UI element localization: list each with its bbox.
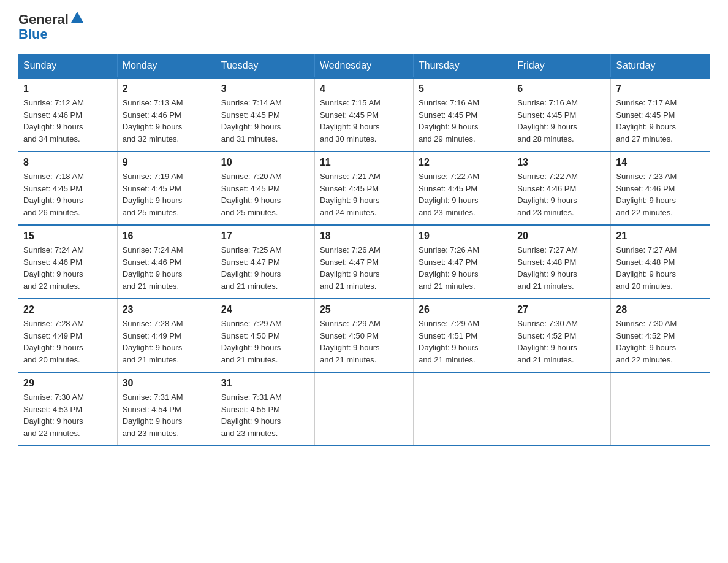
calendar-week-row: 15 Sunrise: 7:24 AMSunset: 4:46 PMDaylig… [18, 225, 710, 299]
table-row: 17 Sunrise: 7:25 AMSunset: 4:47 PMDaylig… [216, 225, 314, 299]
calendar-week-row: 8 Sunrise: 7:18 AMSunset: 4:45 PMDayligh… [18, 151, 710, 225]
table-row: 19 Sunrise: 7:26 AMSunset: 4:47 PMDaylig… [414, 225, 512, 299]
day-number: 10 [221, 157, 309, 168]
table-row: 9 Sunrise: 7:19 AMSunset: 4:45 PMDayligh… [117, 151, 216, 225]
col-thursday: Thursday [414, 54, 512, 78]
day-info: Sunrise: 7:30 AMSunset: 4:53 PMDaylight:… [23, 393, 84, 438]
calendar-header-row: Sunday Monday Tuesday Wednesday Thursday… [18, 54, 710, 78]
table-row: 16 Sunrise: 7:24 AMSunset: 4:46 PMDaylig… [117, 225, 216, 299]
day-info: Sunrise: 7:29 AMSunset: 4:51 PMDaylight:… [419, 319, 479, 364]
day-number: 25 [320, 304, 408, 315]
day-info: Sunrise: 7:31 AMSunset: 4:55 PMDaylight:… [221, 393, 282, 438]
page-header: General Blue [18, 12, 710, 42]
day-info: Sunrise: 7:16 AMSunset: 4:45 PMDaylight:… [517, 98, 578, 144]
calendar-week-row: 29 Sunrise: 7:30 AMSunset: 4:53 PMDaylig… [18, 372, 710, 446]
col-wednesday: Wednesday [314, 54, 413, 78]
day-number: 20 [517, 231, 605, 242]
day-number: 19 [419, 231, 507, 242]
table-row [414, 372, 512, 446]
table-row: 18 Sunrise: 7:26 AMSunset: 4:47 PMDaylig… [314, 225, 413, 299]
table-row: 7 Sunrise: 7:17 AMSunset: 4:45 PMDayligh… [611, 78, 710, 151]
table-row: 1 Sunrise: 7:12 AMSunset: 4:46 PMDayligh… [18, 78, 117, 151]
day-info: Sunrise: 7:23 AMSunset: 4:46 PMDaylight:… [616, 172, 677, 217]
table-row: 2 Sunrise: 7:13 AMSunset: 4:46 PMDayligh… [117, 78, 216, 151]
day-number: 21 [616, 231, 705, 242]
svg-marker-0 [71, 12, 83, 23]
day-number: 5 [419, 83, 507, 94]
day-number: 6 [517, 83, 605, 94]
table-row: 8 Sunrise: 7:18 AMSunset: 4:45 PMDayligh… [18, 151, 117, 225]
table-row: 20 Sunrise: 7:27 AMSunset: 4:48 PMDaylig… [512, 225, 611, 299]
day-number: 2 [123, 83, 211, 94]
day-number: 9 [123, 157, 211, 168]
day-number: 12 [419, 157, 507, 168]
table-row: 24 Sunrise: 7:29 AMSunset: 4:50 PMDaylig… [216, 299, 314, 372]
day-number: 31 [221, 378, 309, 389]
day-number: 27 [517, 304, 605, 315]
day-number: 26 [419, 304, 507, 315]
table-row [512, 372, 611, 446]
day-number: 13 [517, 157, 605, 168]
day-number: 28 [616, 304, 705, 315]
table-row: 28 Sunrise: 7:30 AMSunset: 4:52 PMDaylig… [611, 299, 710, 372]
day-info: Sunrise: 7:12 AMSunset: 4:46 PMDaylight:… [23, 98, 84, 144]
day-info: Sunrise: 7:29 AMSunset: 4:50 PMDaylight:… [221, 319, 282, 364]
day-info: Sunrise: 7:25 AMSunset: 4:47 PMDaylight:… [221, 245, 282, 291]
day-info: Sunrise: 7:22 AMSunset: 4:46 PMDaylight:… [517, 172, 578, 217]
day-info: Sunrise: 7:29 AMSunset: 4:50 PMDaylight:… [320, 319, 381, 364]
day-number: 1 [23, 83, 112, 94]
day-info: Sunrise: 7:15 AMSunset: 4:45 PMDaylight:… [320, 98, 381, 144]
day-number: 18 [320, 231, 408, 242]
logo: General Blue [18, 12, 83, 42]
day-info: Sunrise: 7:27 AMSunset: 4:48 PMDaylight:… [517, 245, 578, 291]
table-row [314, 372, 413, 446]
day-info: Sunrise: 7:18 AMSunset: 4:45 PMDaylight:… [23, 172, 84, 217]
day-number: 3 [221, 83, 309, 94]
table-row: 3 Sunrise: 7:14 AMSunset: 4:45 PMDayligh… [216, 78, 314, 151]
table-row: 26 Sunrise: 7:29 AMSunset: 4:51 PMDaylig… [414, 299, 512, 372]
table-row: 27 Sunrise: 7:30 AMSunset: 4:52 PMDaylig… [512, 299, 611, 372]
table-row: 11 Sunrise: 7:21 AMSunset: 4:45 PMDaylig… [314, 151, 413, 225]
day-info: Sunrise: 7:19 AMSunset: 4:45 PMDaylight:… [123, 172, 183, 217]
day-number: 7 [616, 83, 705, 94]
table-row: 15 Sunrise: 7:24 AMSunset: 4:46 PMDaylig… [18, 225, 117, 299]
col-tuesday: Tuesday [216, 54, 314, 78]
day-info: Sunrise: 7:30 AMSunset: 4:52 PMDaylight:… [517, 319, 578, 364]
day-info: Sunrise: 7:24 AMSunset: 4:46 PMDaylight:… [23, 245, 84, 291]
table-row [611, 372, 710, 446]
col-friday: Friday [512, 54, 611, 78]
day-number: 16 [123, 231, 211, 242]
day-number: 23 [123, 304, 211, 315]
day-number: 17 [221, 231, 309, 242]
table-row: 4 Sunrise: 7:15 AMSunset: 4:45 PMDayligh… [314, 78, 413, 151]
table-row: 12 Sunrise: 7:22 AMSunset: 4:45 PMDaylig… [414, 151, 512, 225]
day-number: 14 [616, 157, 705, 168]
table-row: 30 Sunrise: 7:31 AMSunset: 4:54 PMDaylig… [117, 372, 216, 446]
table-row: 29 Sunrise: 7:30 AMSunset: 4:53 PMDaylig… [18, 372, 117, 446]
day-info: Sunrise: 7:13 AMSunset: 4:46 PMDaylight:… [123, 98, 183, 144]
table-row: 23 Sunrise: 7:28 AMSunset: 4:49 PMDaylig… [117, 299, 216, 372]
table-row: 14 Sunrise: 7:23 AMSunset: 4:46 PMDaylig… [611, 151, 710, 225]
day-info: Sunrise: 7:17 AMSunset: 4:45 PMDaylight:… [616, 98, 677, 144]
day-info: Sunrise: 7:16 AMSunset: 4:45 PMDaylight:… [419, 98, 479, 144]
day-number: 29 [23, 378, 112, 389]
calendar-week-row: 22 Sunrise: 7:28 AMSunset: 4:49 PMDaylig… [18, 299, 710, 372]
table-row: 31 Sunrise: 7:31 AMSunset: 4:55 PMDaylig… [216, 372, 314, 446]
table-row: 22 Sunrise: 7:28 AMSunset: 4:49 PMDaylig… [18, 299, 117, 372]
day-number: 30 [123, 378, 211, 389]
calendar-week-row: 1 Sunrise: 7:12 AMSunset: 4:46 PMDayligh… [18, 78, 710, 151]
day-number: 11 [320, 157, 408, 168]
table-row: 5 Sunrise: 7:16 AMSunset: 4:45 PMDayligh… [414, 78, 512, 151]
day-number: 22 [23, 304, 112, 315]
day-info: Sunrise: 7:24 AMSunset: 4:46 PMDaylight:… [123, 245, 183, 291]
logo-text-general: General [18, 12, 69, 27]
calendar-table: Sunday Monday Tuesday Wednesday Thursday… [18, 54, 710, 446]
table-row: 25 Sunrise: 7:29 AMSunset: 4:50 PMDaylig… [314, 299, 413, 372]
day-info: Sunrise: 7:27 AMSunset: 4:48 PMDaylight:… [616, 245, 677, 291]
col-saturday: Saturday [611, 54, 710, 78]
day-number: 4 [320, 83, 408, 94]
day-info: Sunrise: 7:22 AMSunset: 4:45 PMDaylight:… [419, 172, 479, 217]
table-row: 6 Sunrise: 7:16 AMSunset: 4:45 PMDayligh… [512, 78, 611, 151]
table-row: 10 Sunrise: 7:20 AMSunset: 4:45 PMDaylig… [216, 151, 314, 225]
day-info: Sunrise: 7:14 AMSunset: 4:45 PMDaylight:… [221, 98, 282, 144]
